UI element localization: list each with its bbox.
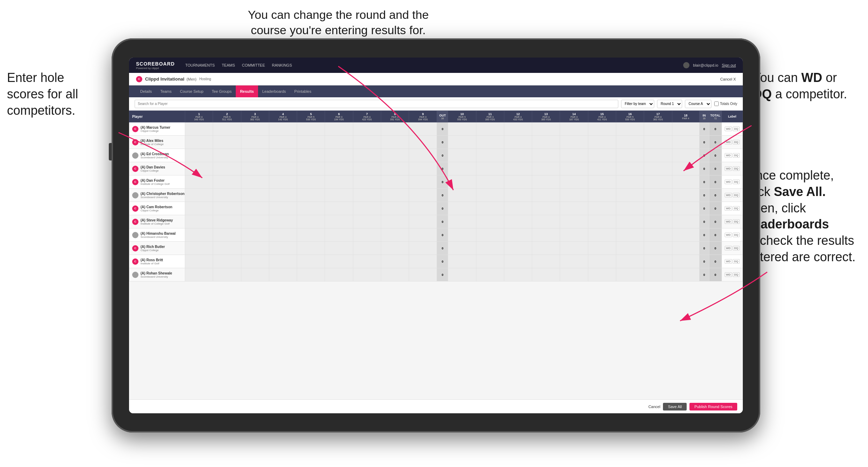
score-input-hole-4[interactable] <box>269 228 297 241</box>
score-hole-18[interactable] <box>672 162 699 175</box>
score-hole-15[interactable] <box>588 228 616 242</box>
score-hole-17[interactable] <box>644 136 672 149</box>
score-hole-7[interactable] <box>353 268 381 281</box>
score-hole-6[interactable] <box>325 255 353 268</box>
score-input-hole-2[interactable] <box>213 149 241 162</box>
score-input-hole-15[interactable] <box>588 175 616 188</box>
score-hole-1[interactable] <box>185 162 213 175</box>
score-input-hole-5[interactable] <box>297 268 325 281</box>
score-hole-9[interactable] <box>409 162 437 175</box>
score-hole-12[interactable] <box>504 228 532 242</box>
score-hole-4[interactable] <box>269 202 297 215</box>
score-input-hole-18[interactable] <box>672 149 699 162</box>
score-hole-8[interactable] <box>381 215 409 228</box>
score-hole-2[interactable] <box>213 255 241 268</box>
score-hole-2[interactable] <box>213 149 241 162</box>
score-input-hole-6[interactable] <box>325 136 353 149</box>
score-input-hole-16[interactable] <box>616 242 644 255</box>
score-input-hole-16[interactable] <box>616 122 644 135</box>
score-hole-5[interactable] <box>297 122 325 136</box>
score-input-hole-1[interactable] <box>185 175 213 188</box>
score-input-hole-14[interactable] <box>560 149 588 162</box>
score-input-hole-16[interactable] <box>616 255 644 268</box>
score-hole-1[interactable] <box>185 215 213 228</box>
score-hole-12[interactable] <box>504 215 532 228</box>
score-input-hole-2[interactable] <box>213 242 241 255</box>
score-hole-8[interactable] <box>381 228 409 242</box>
score-input-hole-5[interactable] <box>297 189 325 202</box>
score-hole-18[interactable] <box>672 242 699 255</box>
score-input-hole-6[interactable] <box>325 202 353 215</box>
score-input-hole-3[interactable] <box>241 268 269 281</box>
score-input-hole-9[interactable] <box>409 215 437 228</box>
score-input-hole-7[interactable] <box>353 268 381 281</box>
dq-button[interactable]: DQ <box>733 246 740 250</box>
score-hole-11[interactable] <box>476 136 504 149</box>
score-input-hole-10[interactable] <box>448 162 476 175</box>
score-input-hole-3[interactable] <box>241 215 269 228</box>
score-hole-8[interactable] <box>381 136 409 149</box>
score-hole-4[interactable] <box>269 255 297 268</box>
score-input-hole-11[interactable] <box>476 189 504 202</box>
score-hole-11[interactable] <box>476 149 504 162</box>
score-hole-13[interactable] <box>532 189 560 202</box>
score-input-hole-9[interactable] <box>409 149 437 162</box>
score-input-hole-12[interactable] <box>504 215 532 228</box>
score-hole-15[interactable] <box>588 175 616 189</box>
score-hole-16[interactable] <box>616 136 644 149</box>
score-hole-3[interactable] <box>241 136 269 149</box>
score-input-hole-4[interactable] <box>269 268 297 281</box>
score-hole-14[interactable] <box>560 175 588 189</box>
score-input-hole-17[interactable] <box>644 202 672 215</box>
score-hole-3[interactable] <box>241 122 269 136</box>
score-hole-5[interactable] <box>297 228 325 242</box>
score-input-hole-5[interactable] <box>297 122 325 135</box>
score-input-hole-5[interactable] <box>297 149 325 162</box>
score-hole-4[interactable] <box>269 136 297 149</box>
score-input-hole-5[interactable] <box>297 255 325 268</box>
score-input-hole-14[interactable] <box>560 162 588 175</box>
score-input-hole-3[interactable] <box>241 122 269 135</box>
tab-printables[interactable]: Printables <box>290 85 316 97</box>
score-input-hole-6[interactable] <box>325 175 353 188</box>
score-input-hole-7[interactable] <box>353 189 381 202</box>
score-hole-8[interactable] <box>381 268 409 281</box>
score-hole-9[interactable] <box>409 202 437 215</box>
score-hole-1[interactable] <box>185 122 213 136</box>
score-input-hole-12[interactable] <box>504 136 532 149</box>
score-input-hole-8[interactable] <box>381 136 409 149</box>
score-input-hole-5[interactable] <box>297 215 325 228</box>
score-input-hole-3[interactable] <box>241 162 269 175</box>
score-input-hole-8[interactable] <box>381 149 409 162</box>
score-input-hole-12[interactable] <box>504 175 532 188</box>
score-input-hole-7[interactable] <box>353 136 381 149</box>
score-hole-13[interactable] <box>532 136 560 149</box>
score-hole-14[interactable] <box>560 122 588 136</box>
score-input-hole-7[interactable] <box>353 149 381 162</box>
score-input-hole-7[interactable] <box>353 162 381 175</box>
score-hole-1[interactable] <box>185 242 213 255</box>
score-input-hole-7[interactable] <box>353 202 381 215</box>
score-input-hole-12[interactable] <box>504 228 532 241</box>
score-input-hole-18[interactable] <box>672 122 699 135</box>
score-hole-14[interactable] <box>560 162 588 175</box>
cancel-action-button[interactable]: Cancel <box>648 405 660 409</box>
score-hole-4[interactable] <box>269 175 297 189</box>
score-hole-14[interactable] <box>560 202 588 215</box>
score-hole-2[interactable] <box>213 189 241 202</box>
score-hole-17[interactable] <box>644 228 672 242</box>
score-hole-10[interactable] <box>448 268 476 281</box>
score-input-hole-7[interactable] <box>353 215 381 228</box>
score-input-hole-15[interactable] <box>588 122 616 135</box>
score-hole-17[interactable] <box>644 215 672 228</box>
score-input-hole-14[interactable] <box>560 215 588 228</box>
dq-button[interactable]: DQ <box>733 272 740 277</box>
score-hole-7[interactable] <box>353 149 381 162</box>
score-hole-10[interactable] <box>448 202 476 215</box>
score-input-hole-10[interactable] <box>448 175 476 188</box>
totals-only-checkbox[interactable] <box>714 101 719 106</box>
score-input-hole-1[interactable] <box>185 122 213 135</box>
score-input-hole-13[interactable] <box>532 162 560 175</box>
score-input-hole-15[interactable] <box>588 215 616 228</box>
score-hole-18[interactable] <box>672 228 699 242</box>
